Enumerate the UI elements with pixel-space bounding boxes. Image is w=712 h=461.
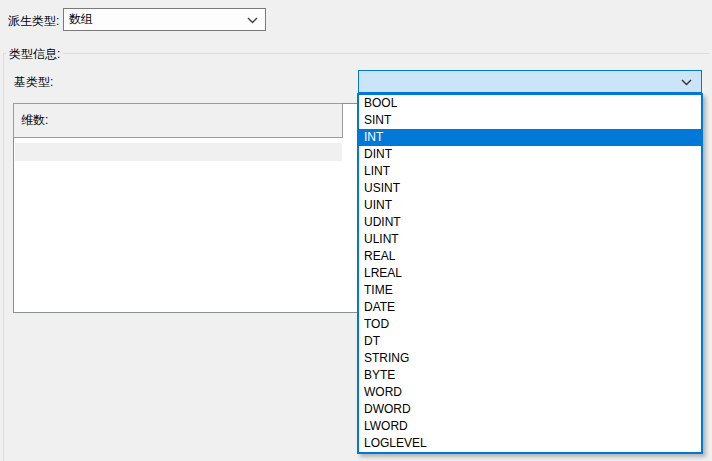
dropdown-item[interactable]: STRING (359, 350, 701, 367)
chevron-down-icon (247, 17, 258, 24)
base-type-combobox[interactable] (358, 70, 702, 93)
derived-type-value: 数组 (69, 12, 93, 26)
dropdown-item[interactable]: DWORD (359, 401, 701, 418)
dropdown-item[interactable]: LWORD (359, 418, 701, 435)
dropdown-item[interactable]: BYTE (359, 367, 701, 384)
dropdown-item[interactable]: DINT (359, 146, 701, 163)
base-type-dropdown-list[interactable]: BOOLSINTINTDINTLINTUSINTUINTUDINTULINTRE… (357, 93, 703, 454)
dropdown-item[interactable]: UINT (359, 197, 701, 214)
dropdown-item[interactable]: TOD (359, 316, 701, 333)
dropdown-item[interactable]: LREAL (359, 265, 701, 282)
dropdown-item[interactable]: SINT (359, 112, 701, 129)
dropdown-item[interactable]: UDINT (359, 214, 701, 231)
dimensions-grid-header: 维数: (13, 103, 343, 138)
dropdown-item[interactable]: TIME (359, 282, 701, 299)
dropdown-item[interactable]: WORD (359, 384, 701, 401)
dropdown-item[interactable]: LOGLEVEL (359, 435, 701, 452)
dimensions-grid-row[interactable] (15, 143, 342, 161)
dropdown-item[interactable]: DT (359, 333, 701, 350)
dropdown-item[interactable]: INT (359, 129, 701, 146)
dimensions-label: 维数: (21, 113, 48, 127)
dropdown-item[interactable]: BOOL (359, 95, 701, 112)
groupbox-top-border (3, 53, 709, 54)
dropdown-item[interactable]: USINT (359, 180, 701, 197)
base-type-label: 基类型: (14, 74, 53, 91)
chevron-down-icon (681, 79, 692, 86)
dropdown-item[interactable]: REAL (359, 248, 701, 265)
dropdown-item[interactable]: ULINT (359, 231, 701, 248)
derived-type-combobox[interactable]: 数组 (63, 8, 266, 31)
dropdown-item[interactable]: LINT (359, 163, 701, 180)
dropdown-item[interactable]: DATE (359, 299, 701, 316)
type-info-group-label: 类型信息: (6, 46, 63, 63)
groupbox-left-border (3, 53, 4, 461)
derived-type-label: 派生类型: (8, 13, 59, 30)
